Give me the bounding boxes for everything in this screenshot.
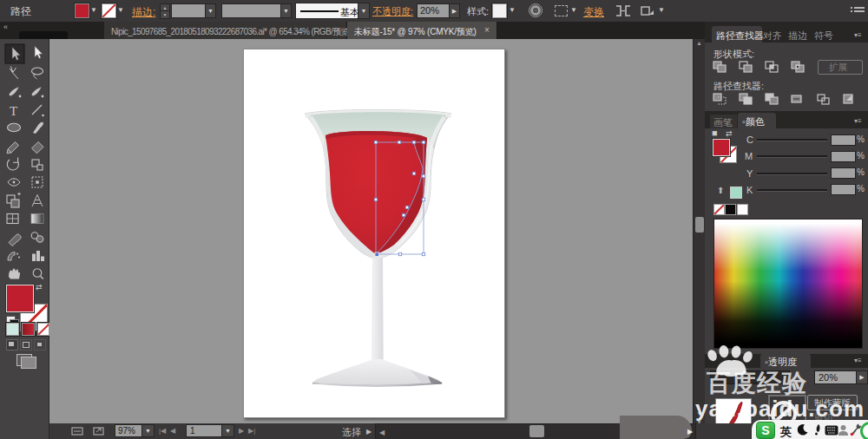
svg-text:T: T — [10, 104, 17, 118]
